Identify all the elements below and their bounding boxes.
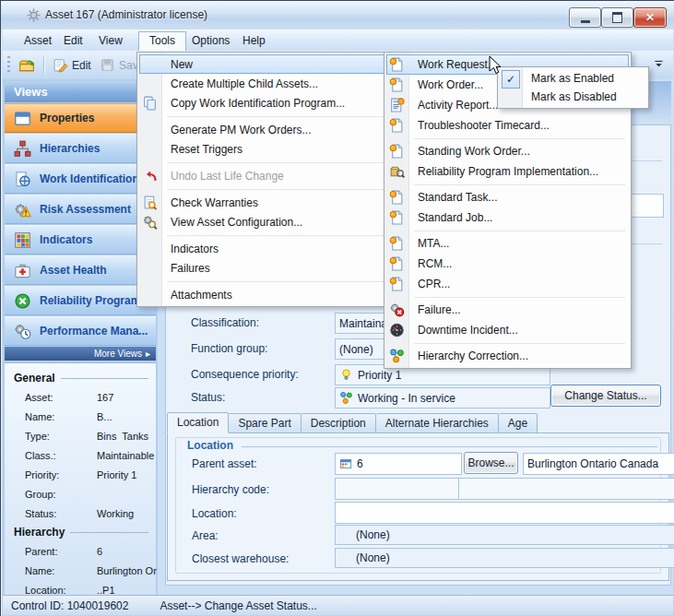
location-group-title: Location — [187, 439, 233, 452]
parent-asset-label: Parent asset: — [192, 456, 257, 472]
toolbar-grip[interactable] — [7, 56, 10, 75]
undo-icon — [142, 168, 158, 184]
submenu-item-standing-work-order[interactable]: Standing Work Order... — [386, 141, 629, 161]
hierarchy-code-description-field[interactable] — [458, 478, 674, 500]
failure-icon — [389, 302, 405, 318]
submenu-item-failure[interactable]: Failure... — [386, 300, 629, 320]
sidebar-item-reliability-program[interactable]: Reliability Program — [5, 286, 156, 315]
minimize-button[interactable] — [569, 7, 601, 28]
indicators-icon — [14, 231, 31, 249]
info-row-hname: Name:Burlington Or — [5, 561, 156, 580]
menu-item-copy-work-identification-program[interactable]: Copy Work Identification Program... — [139, 93, 398, 113]
submenu-item-rcm[interactable]: RCM... — [386, 254, 629, 274]
hierarchy-balls-icon — [389, 349, 405, 364]
hierarchy-icon — [14, 140, 31, 158]
change-status-button[interactable]: Change Status... — [550, 385, 661, 407]
tab-age[interactable]: Age — [499, 413, 538, 433]
classification-label: Classification: — [191, 314, 259, 332]
tab-alternate-hierarchies[interactable]: Alternate Hierarchies — [376, 413, 499, 433]
menu-help[interactable]: Help — [232, 31, 276, 50]
area-field[interactable]: (None) — [335, 525, 674, 545]
chevron-down-icon — [653, 59, 665, 71]
close-button[interactable]: ✕ — [633, 7, 667, 28]
menu-item-check-warranties[interactable]: Check Warranties — [139, 193, 398, 212]
reliability-program-icon — [14, 292, 31, 310]
submenu-item-troubleshooter-timecard[interactable]: Troubleshooter Timecard... — [386, 115, 629, 136]
document-icon — [389, 277, 405, 292]
mark-flyout-menu: ✓Mark as Enabled Mark as Disabled — [497, 66, 649, 109]
submenu-item-standard-job[interactable]: Standard Job... — [386, 207, 629, 228]
location-field[interactable] — [335, 502, 674, 524]
status-bar: Control ID: 1040019602 Asset--> Change A… — [3, 595, 673, 615]
closest-warehouse-field[interactable]: (None) — [335, 548, 674, 568]
document-icon — [389, 144, 405, 160]
flyout-item-mark-as-disabled[interactable]: Mark as Disabled — [500, 88, 646, 106]
save-icon — [100, 57, 115, 73]
control-id-text: Control ID: 1040019602 — [11, 599, 128, 612]
info-row-name: Name:B... — [5, 407, 156, 426]
work-identification-icon — [14, 171, 31, 188]
tab-strip: Location Spare Part Description Alternat… — [167, 414, 538, 433]
submenu-item-cpr[interactable]: CPR... — [386, 274, 629, 294]
mouse-cursor — [489, 55, 503, 76]
edit-button[interactable]: Edit — [48, 53, 96, 77]
submenu-item-hierarchy-correction[interactable]: Hierarchy Correction... — [386, 346, 629, 366]
tab-description[interactable]: Description — [302, 413, 376, 433]
menu-edit[interactable]: Edit — [53, 31, 93, 50]
sidebar-item-asset-health[interactable]: Asset Health — [5, 255, 156, 285]
tab-location[interactable]: Location — [167, 412, 229, 433]
menu-options[interactable]: Options — [182, 31, 240, 50]
sidebar-item-hierarchies[interactable]: Hierarchies — [5, 134, 156, 163]
submenu-item-standard-task[interactable]: Standard Task... — [386, 187, 629, 207]
menu-tools[interactable]: Tools — [138, 31, 186, 52]
copy-icon — [142, 95, 158, 111]
document-icon — [389, 210, 405, 226]
properties-icon — [14, 110, 31, 127]
more-views-button[interactable]: More Views▸ — [5, 347, 156, 361]
checkmark-icon: ✓ — [502, 70, 520, 89]
info-row-status: Status:Working — [5, 503, 156, 523]
menu-separator — [139, 113, 398, 120]
submenu-item-mta[interactable]: MTA... — [386, 233, 629, 254]
consequence-priority-label: Consequence priority: — [191, 365, 299, 384]
maximize-button[interactable] — [601, 7, 633, 28]
menu-item-create-multiple-child-assets[interactable]: Create Multiple Child Assets... — [139, 74, 398, 93]
menu-item-new[interactable]: New — [139, 54, 398, 74]
tab-spare-part[interactable]: Spare Part — [229, 413, 301, 433]
hierarchy-code-field[interactable] — [335, 478, 462, 500]
status-label: Status: — [191, 388, 225, 407]
views-sidebar: Views « Properties Hierarchies Work Iden… — [3, 79, 159, 595]
parent-asset-description-field[interactable]: Burlington Ontario Canada — [523, 453, 674, 475]
sidebar-item-indicators[interactable]: Indicators — [5, 225, 156, 255]
more-views-arrow-icon: ▸ — [146, 349, 150, 359]
menu-item-indicators[interactable]: Indicators — [139, 239, 398, 258]
sidebar-item-properties[interactable]: Properties — [5, 103, 156, 133]
maximize-icon — [612, 12, 622, 23]
menu-item-failures[interactable]: Failures — [139, 258, 398, 278]
report-icon — [389, 98, 405, 113]
sidebar-item-performance-management[interactable]: Performance Mana... — [5, 316, 156, 346]
info-row-group: Group: — [5, 484, 156, 503]
sidebar-item-work-identification[interactable]: Work Identification — [5, 164, 156, 194]
sidebar-item-risk-assessment[interactable]: Risk Assessment — [5, 195, 156, 224]
toolbar-overflow-button[interactable] — [649, 53, 668, 77]
menu-item-attachments[interactable]: Attachments — [139, 285, 398, 304]
open-button[interactable] — [14, 53, 40, 77]
menu-view[interactable]: View — [89, 31, 133, 50]
gauge-icon — [389, 323, 405, 338]
parent-asset-field[interactable]: 6 — [335, 453, 462, 475]
menu-item-generate-pm-work-orders[interactable]: Generate PM Work Orders... — [139, 120, 398, 139]
flyout-item-mark-as-enabled[interactable]: ✓Mark as Enabled — [500, 69, 646, 88]
box-magnifier-icon — [389, 164, 405, 180]
status-field[interactable]: Working - In service — [335, 387, 550, 409]
menu-item-view-asset-configuration[interactable]: View Asset Configuration... — [139, 212, 398, 231]
document-icon — [389, 57, 405, 73]
menu-item-undo-last-life-change[interactable]: Undo Last Life Change — [139, 166, 398, 185]
title-bar[interactable]: Asset 167 (Administrator license) ✕ — [1, 1, 674, 30]
info-row-asset: Asset:167 — [5, 387, 156, 407]
submenu-item-reliability-program-implementation[interactable]: Reliability Program Implementation... — [386, 161, 629, 182]
menu-item-reset-triggers[interactable]: Reset Triggers — [139, 139, 398, 159]
submenu-item-downtime-incident[interactable]: Downtime Incident... — [386, 320, 629, 340]
menu-separator — [139, 185, 398, 193]
browse-button[interactable]: Browse... — [464, 452, 518, 474]
